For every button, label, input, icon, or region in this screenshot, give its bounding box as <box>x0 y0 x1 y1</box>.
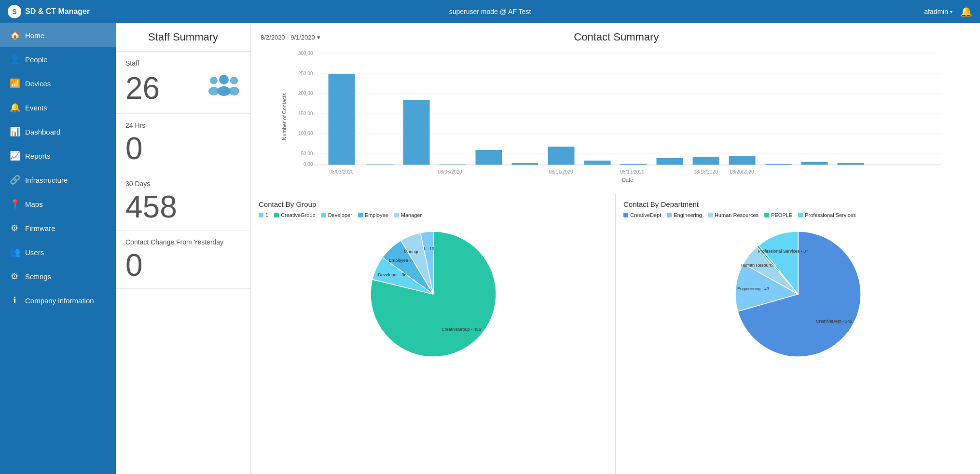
people-nav-icon: 👤 <box>10 54 19 65</box>
days30-value: 458 <box>125 191 241 222</box>
contact-by-group-legend: 1 CreativeGroup Developer Employee <box>259 212 607 218</box>
svg-text:Date: Date <box>622 177 633 183</box>
pie-dept-chart: CreativeDept - 242Engineering - 43Human … <box>726 222 870 366</box>
sidebar: 🏠 Home 👤 People 📶 Devices 🔔 Events 📊 Das… <box>0 23 116 474</box>
contact-summary-section: 8/2/2020 - 9/1/2020 ▾ Contact Summary Nu… <box>251 23 980 194</box>
legend-dot-people <box>764 213 769 217</box>
sidebar-item-company[interactable]: ℹ Company information <box>0 288 116 312</box>
legend-dept-creative: CreativeDept <box>623 212 661 218</box>
legend-dept-engineering: Engineering <box>667 212 702 218</box>
contact-by-dept-panel: Contact By Department CreativeDept Engin… <box>616 194 980 474</box>
infrastructure-icon: 🔗 <box>10 175 19 185</box>
logo-icon: S <box>8 5 21 18</box>
sidebar-item-infrastructure[interactable]: 🔗 Infrastructure <box>0 168 116 192</box>
notification-bell-icon[interactable]: 🔔 <box>960 6 972 17</box>
legend-label-employee: Employee <box>365 212 388 218</box>
staff-count: 26 <box>125 73 160 104</box>
contact-summary-title: Contact Summary <box>574 31 659 43</box>
sidebar-label-maps: Maps <box>25 200 43 208</box>
svg-text:150.00: 150.00 <box>298 111 313 116</box>
legend-label-creativegroup: CreativeGroup <box>281 212 316 218</box>
staff-label: Staff <box>125 59 241 67</box>
app-title: SD & CT Manager <box>25 7 90 16</box>
hrs24-section: 24 Hrs 0 <box>116 114 250 172</box>
dashboard-icon: 📊 <box>10 126 19 137</box>
pie-group-wrapper: CreativeGroup - 456Developer - 36Employe… <box>259 222 607 366</box>
sidebar-item-dashboard[interactable]: 📊 Dashboard <box>0 120 116 144</box>
contact-change-label: Contact Change From Yesterday <box>125 238 241 246</box>
date-range-text: 8/2/2020 - 9/1/2020 <box>261 34 315 41</box>
sidebar-item-reports[interactable]: 📈 Reports <box>0 144 116 168</box>
legend-dot-creativegroup <box>274 213 279 217</box>
svg-text:250.00: 250.00 <box>298 71 313 76</box>
date-dropdown-icon: ▾ <box>317 34 320 41</box>
sidebar-label-firmware: Firmware <box>25 224 55 232</box>
bar-1 <box>329 74 355 165</box>
legend-dot-1 <box>259 213 263 217</box>
svg-text:CreativeDept - 242: CreativeDept - 242 <box>815 319 852 324</box>
right-content: 8/2/2020 - 9/1/2020 ▾ Contact Summary Nu… <box>251 23 980 474</box>
svg-text:Developer - 36: Developer - 36 <box>378 272 406 277</box>
days30-section: 30 Days 458 <box>116 172 250 230</box>
staff-panel: Staff Summary Staff 26 <box>116 23 251 474</box>
sidebar-item-maps[interactable]: 📍 Maps <box>0 192 116 216</box>
legend-label-professional: Professional Services <box>805 212 856 218</box>
bar-10 <box>657 158 683 165</box>
company-icon: ℹ <box>10 295 19 306</box>
svg-text:1 - 19: 1 - 19 <box>423 246 434 251</box>
staff-count-section: Staff 26 <box>116 52 250 114</box>
contact-by-group-title: Contact By Group <box>259 200 607 208</box>
sidebar-item-users[interactable]: 👥 Users <box>0 240 116 264</box>
pie-group-chart: CreativeGroup - 456Developer - 36Employe… <box>361 222 506 366</box>
legend-dot-engineering <box>667 213 672 217</box>
svg-text:Professional Services - 37: Professional Services - 37 <box>758 249 808 254</box>
bottom-panels: Contact By Group 1 CreativeGroup Deve <box>251 194 980 474</box>
staff-summary-title: Staff Summary <box>116 23 250 52</box>
sidebar-label-dashboard: Dashboard <box>25 128 60 136</box>
legend-dept-hr: Human Resources <box>708 212 759 218</box>
username: afadmin <box>924 8 948 15</box>
svg-point-2 <box>210 77 218 84</box>
legend-dot-manager <box>394 213 399 217</box>
legend-item-1: 1 <box>259 212 268 218</box>
sidebar-label-home: Home <box>25 31 44 40</box>
sidebar-label-settings: Settings <box>25 272 51 281</box>
mode-indicator: superuser mode @ AF Test <box>449 8 531 15</box>
user-dropdown[interactable]: afadmin ▾ <box>924 8 952 15</box>
hrs24-value: 0 <box>125 133 241 164</box>
svg-text:100.00: 100.00 <box>298 131 313 136</box>
svg-text:08/06/2020: 08/06/2020 <box>438 169 462 175</box>
legend-label-1: 1 <box>265 212 268 218</box>
legend-dot-hr <box>708 213 713 217</box>
legend-label-developer: Developer <box>328 212 352 218</box>
sidebar-label-infrastructure: Infrastructure <box>25 176 68 184</box>
legend-dot-developer <box>321 213 326 217</box>
sidebar-label-reports: Reports <box>25 152 51 160</box>
bar-6 <box>512 163 538 165</box>
svg-text:08/11/2020: 08/11/2020 <box>549 169 573 175</box>
sidebar-item-settings[interactable]: ⚙ Settings <box>0 264 116 288</box>
date-range[interactable]: 8/2/2020 - 9/1/2020 ▾ <box>261 34 320 41</box>
svg-point-4 <box>230 77 238 84</box>
sidebar-item-home[interactable]: 🏠 Home <box>0 23 116 47</box>
bar-8 <box>584 161 611 165</box>
sidebar-label-events: Events <box>25 104 47 112</box>
sidebar-label-devices: Devices <box>25 80 51 88</box>
sidebar-item-events[interactable]: 🔔 Events <box>0 95 116 120</box>
contact-by-dept-legend: CreativeDept Engineering Human Resources <box>623 212 972 218</box>
sidebar-item-people[interactable]: 👤 People <box>0 47 116 71</box>
users-icon: 👥 <box>10 247 19 257</box>
sidebar-item-firmware[interactable]: ⚙ Firmware <box>0 216 116 240</box>
topbar: S SD & CT Manager superuser mode @ AF Te… <box>0 0 980 23</box>
svg-text:Engineering - 43: Engineering - 43 <box>737 286 769 291</box>
svg-text:08/18/2020: 08/18/2020 <box>693 169 718 175</box>
bar-5 <box>476 150 502 165</box>
settings-icon: ⚙ <box>10 271 19 282</box>
firmware-icon: ⚙ <box>10 223 19 233</box>
main-layout: 🏠 Home 👤 People 📶 Devices 🔔 Events 📊 Das… <box>0 23 980 474</box>
bar-15 <box>838 163 864 165</box>
legend-dept-professional: Professional Services <box>798 212 856 218</box>
sidebar-item-devices[interactable]: 📶 Devices <box>0 71 116 95</box>
content-area: Staff Summary Staff 26 <box>116 23 980 474</box>
legend-dot-employee <box>358 213 363 217</box>
